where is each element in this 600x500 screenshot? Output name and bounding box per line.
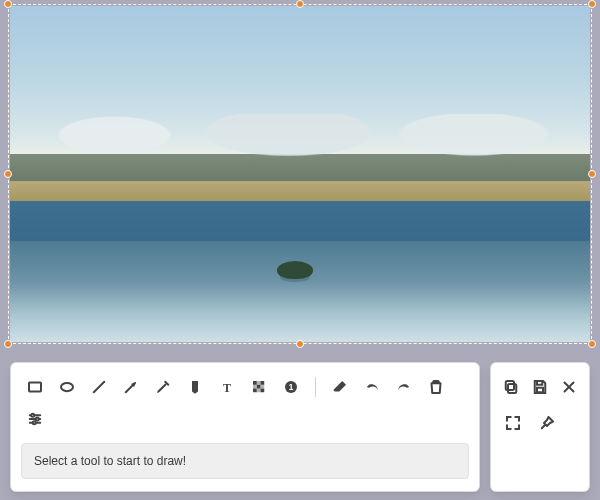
text-icon: T <box>218 378 236 396</box>
svg-rect-12 <box>253 389 257 393</box>
pixelate-tool[interactable] <box>245 373 273 401</box>
pin-icon <box>538 414 556 432</box>
eraser-icon <box>331 378 349 396</box>
resize-handle-w[interactable] <box>4 170 12 178</box>
svg-rect-6 <box>253 381 257 385</box>
resize-handle-sw[interactable] <box>4 340 12 348</box>
svg-point-18 <box>31 414 34 417</box>
save-button[interactable] <box>530 375 549 399</box>
resize-handle-se[interactable] <box>588 340 596 348</box>
svg-rect-0 <box>29 383 41 392</box>
ellipse-tool[interactable] <box>53 373 81 401</box>
toolbar-separator <box>315 377 316 397</box>
tool-row: T 1 <box>21 373 469 433</box>
capture-canvas[interactable] <box>8 4 592 344</box>
ellipse-icon <box>58 378 76 396</box>
pen-icon <box>154 378 172 396</box>
selection-marquee[interactable] <box>8 4 592 344</box>
svg-rect-23 <box>508 384 516 393</box>
properties-button[interactable] <box>21 405 49 433</box>
svg-rect-13 <box>257 389 261 393</box>
svg-rect-26 <box>537 388 543 393</box>
toolbar-panel: T 1 <box>10 362 590 492</box>
action-row-1 <box>501 375 579 399</box>
marker-icon <box>186 378 204 396</box>
hint-text: Select a tool to start to draw! <box>34 454 186 468</box>
close-icon <box>560 378 578 396</box>
fullscreen-icon <box>504 414 522 432</box>
svg-text:T: T <box>223 381 231 395</box>
pin-button[interactable] <box>535 411 559 435</box>
resize-handle-s[interactable] <box>296 340 304 348</box>
copy-icon <box>502 378 520 396</box>
undo-icon <box>363 378 381 396</box>
rectangle-icon <box>26 378 44 396</box>
svg-rect-25 <box>537 381 542 385</box>
resize-handle-n[interactable] <box>296 0 304 8</box>
resize-handle-ne[interactable] <box>588 0 596 8</box>
pen-tool[interactable] <box>149 373 177 401</box>
action-sidebar <box>490 362 590 492</box>
redo-button[interactable] <box>390 373 418 401</box>
counter-tool[interactable]: 1 <box>277 373 305 401</box>
svg-rect-14 <box>261 389 265 393</box>
svg-point-1 <box>61 383 73 391</box>
svg-rect-8 <box>261 381 265 385</box>
hint-bar: Select a tool to start to draw! <box>21 443 469 479</box>
rectangle-tool[interactable] <box>21 373 49 401</box>
eraser-tool[interactable] <box>326 373 354 401</box>
resize-handle-e[interactable] <box>588 170 596 178</box>
action-row-2 <box>501 411 579 435</box>
fill-tool[interactable] <box>181 373 209 401</box>
pixelate-icon <box>250 378 268 396</box>
redo-icon <box>395 378 413 396</box>
svg-text:1: 1 <box>289 383 294 392</box>
drawing-toolbar: T 1 <box>10 362 480 492</box>
trash-icon <box>427 378 445 396</box>
arrow-tool[interactable] <box>117 373 145 401</box>
sliders-icon <box>26 410 44 428</box>
close-button[interactable] <box>560 375 579 399</box>
arrow-icon <box>122 378 140 396</box>
text-tool[interactable]: T <box>213 373 241 401</box>
svg-line-2 <box>94 382 105 393</box>
svg-rect-9 <box>253 385 257 389</box>
svg-rect-11 <box>261 385 265 389</box>
counter-icon: 1 <box>282 378 300 396</box>
save-icon <box>531 378 549 396</box>
delete-button[interactable] <box>422 373 450 401</box>
svg-rect-7 <box>257 381 261 385</box>
svg-point-22 <box>33 421 36 424</box>
svg-rect-10 <box>257 385 261 389</box>
fullscreen-button[interactable] <box>501 411 525 435</box>
svg-rect-24 <box>505 381 513 390</box>
resize-handle-nw[interactable] <box>4 0 12 8</box>
undo-button[interactable] <box>358 373 386 401</box>
svg-point-20 <box>36 418 39 421</box>
line-icon <box>90 378 108 396</box>
line-tool[interactable] <box>85 373 113 401</box>
copy-button[interactable] <box>501 375 520 399</box>
